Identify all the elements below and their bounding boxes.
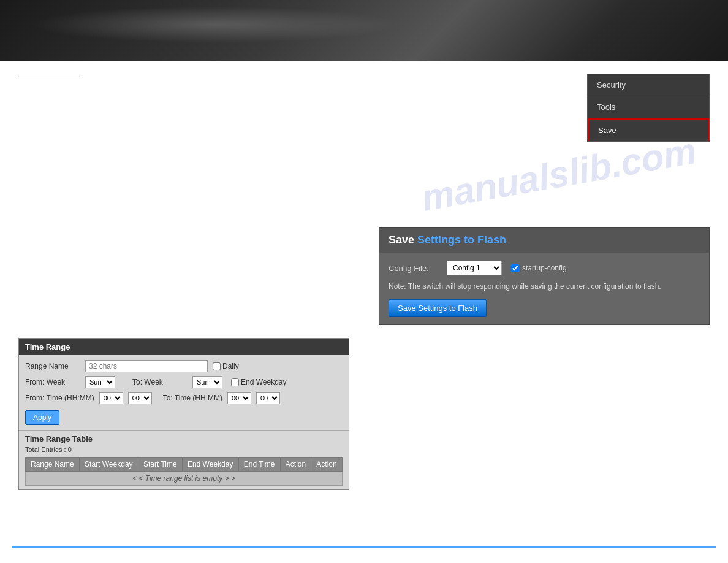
time-row: From: Time (HH:MM) 00 00 To: Time (HH:MM… [25,392,343,404]
table-empty-row: < < Time range list is empty > > [26,472,343,486]
col-start-time: Start Time [138,458,182,472]
time-range-section: Time Range Range Name Daily From: Week [18,338,349,490]
save-title-highlight: Settings to Flash [414,234,506,246]
to-week-label: To: Week [132,378,188,386]
save-panel-title: Save Settings to Flash [379,228,709,253]
col-end-time: End Time [238,458,280,472]
to-week-select[interactable]: SunMonTueWedThuFriSat [192,376,222,388]
end-weekday-check: End Weekday [231,378,287,386]
nav-item-security[interactable]: Security [588,74,709,96]
from-time-min[interactable]: 00 [128,392,152,404]
time-range-table-section: Time Range Table Total Entries : 0 Range… [19,430,349,489]
range-name-row: Range Name Daily [25,360,343,372]
save-panel-body: Config File: Config 1 startup-config Not… [379,253,709,324]
col-start-weekday: Start Weekday [80,458,138,472]
table-title: Time Range Table [25,434,343,443]
header-banner [0,0,728,61]
from-time-hour[interactable]: 00 [99,392,123,404]
top-rule [18,74,80,74]
range-name-label: Range Name [25,362,80,370]
to-time-min[interactable]: 00 [256,392,280,404]
watermark: manualslib.com [418,129,699,220]
from-week-label: From: Week [25,378,80,386]
config-file-label: Config File: [389,264,438,273]
empty-message: < < Time range list is empty > > [26,472,343,486]
from-time-label: From: Time (HH:MM) [25,394,94,402]
time-range-form: Range Name Daily From: Week SunMonTueWed… [19,355,349,430]
total-entries: Total Entries : 0 [25,446,343,453]
end-weekday-label: End Weekday [241,378,287,386]
save-note: Note: The switch will stop responding wh… [389,282,700,292]
config-file-select[interactable]: Config 1 [447,261,502,275]
footer [12,546,716,551]
apply-button[interactable]: Apply [25,410,59,425]
startup-config-label: startup-config [522,264,567,272]
nav-menu: Security Tools Save [587,74,710,142]
week-row: From: Week SunMonTueWedThuFriSat To: Wee… [25,376,343,388]
daily-label: Daily [222,362,239,370]
startup-config-row: startup-config [511,264,567,272]
save-settings-panel: Save Settings to Flash Config File: Conf… [379,227,710,325]
daily-check-row: Daily [213,362,239,370]
main-content: Security Tools Save manualslib.com Save … [0,61,728,502]
to-time-hour[interactable]: 00 [227,392,251,404]
col-action-2: Action [311,458,343,472]
col-end-weekday: End Weekday [182,458,238,472]
daily-checkbox[interactable] [213,362,221,370]
to-time-label: To: Time (HH:MM) [163,394,222,402]
time-range-table: Range Name Start Weekday Start Time End … [25,457,343,486]
startup-config-checkbox[interactable] [511,264,519,272]
end-weekday-checkbox[interactable] [231,378,239,386]
save-title-pre: Save [389,234,414,246]
time-range-header: Time Range [19,339,349,355]
col-range-name: Range Name [26,458,80,472]
save-settings-to-flash-button[interactable]: Save Settings to Flash [389,299,487,317]
nav-item-save[interactable]: Save [588,118,709,141]
nav-item-tools[interactable]: Tools [588,96,709,118]
from-week-select[interactable]: SunMonTueWedThuFriSat [85,376,115,388]
col-action-1: Action [280,458,311,472]
time-range-box: Time Range Range Name Daily From: Week [18,338,349,490]
range-name-input[interactable] [85,360,208,372]
page-wrapper: Security Tools Save manualslib.com Save … [0,0,728,563]
config-row: Config File: Config 1 startup-config [389,261,700,275]
